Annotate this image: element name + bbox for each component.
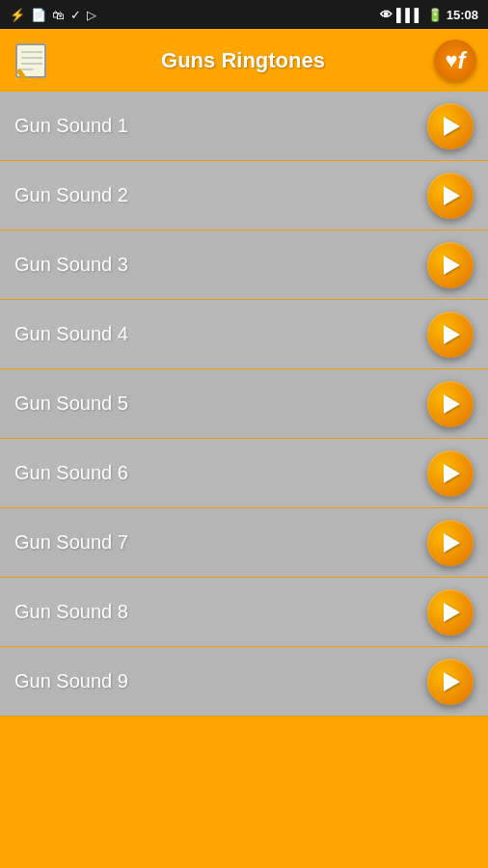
play-button[interactable] (427, 103, 474, 149)
bag-icon: 🛍 (52, 8, 65, 22)
play-button[interactable] (427, 381, 474, 427)
file-icon: 📄 (31, 8, 46, 22)
item-title: Gun Sound 1 (14, 115, 128, 137)
content-area: Gun Sound 1Gun Sound 2Gun Sound 3Gun Sou… (0, 92, 488, 868)
notepad-icon (14, 42, 49, 79)
eye-icon: 👁 (380, 8, 393, 22)
list-item[interactable]: Gun Sound 3 (0, 231, 488, 300)
bottom-area (0, 717, 488, 868)
list-item[interactable]: Gun Sound 4 (0, 300, 488, 369)
play-button[interactable] (427, 312, 474, 358)
ringtone-list: Gun Sound 1Gun Sound 2Gun Sound 3Gun Sou… (0, 92, 488, 717)
item-title: Gun Sound 5 (14, 393, 128, 415)
notepad-icon-container[interactable] (12, 41, 52, 81)
status-icons-right: 👁 ▌▌▌ 🔋 15:08 (380, 8, 478, 22)
list-item[interactable]: Gun Sound 8 (0, 578, 488, 647)
media-icon: ▷ (87, 8, 96, 22)
signal-icon: ▌▌▌ (396, 8, 423, 22)
item-title: Gun Sound 7 (14, 531, 128, 554)
list-item[interactable]: Gun Sound 5 (0, 369, 488, 439)
play-button[interactable] (427, 589, 474, 636)
favorite-button[interactable]: f (434, 40, 476, 82)
status-icons-left: ⚡ 📄 🛍 ✓ ▷ (10, 8, 96, 22)
play-button[interactable] (427, 242, 474, 288)
list-item[interactable]: Gun Sound 7 (0, 508, 488, 578)
status-bar: ⚡ 📄 🛍 ✓ ▷ 👁 ▌▌▌ 🔋 15:08 (0, 0, 488, 29)
toolbar: Guns Ringtones f (0, 29, 488, 92)
app-container: ⚡ 📄 🛍 ✓ ▷ 👁 ▌▌▌ 🔋 15:08 (0, 0, 488, 868)
check-icon: ✓ (70, 8, 81, 22)
item-title: Gun Sound 4 (14, 323, 128, 345)
usb-icon: ⚡ (10, 8, 25, 22)
list-item[interactable]: Gun Sound 1 (0, 92, 488, 161)
item-title: Gun Sound 3 (14, 254, 128, 276)
play-button[interactable] (427, 450, 474, 497)
favorite-f-label: f (458, 47, 466, 74)
play-button[interactable] (427, 520, 474, 566)
list-item[interactable]: Gun Sound 9 (0, 647, 488, 717)
item-title: Gun Sound 6 (14, 462, 128, 484)
item-title: Gun Sound 8 (14, 601, 128, 623)
list-item[interactable]: Gun Sound 2 (0, 161, 488, 231)
item-title: Gun Sound 9 (14, 670, 128, 692)
play-button[interactable] (427, 173, 474, 219)
battery-icon: 🔋 (427, 8, 443, 22)
app-title: Guns Ringtones (161, 48, 325, 73)
item-title: Gun Sound 2 (14, 184, 128, 206)
play-button[interactable] (427, 659, 474, 705)
list-item[interactable]: Gun Sound 6 (0, 439, 488, 508)
clock: 15:08 (447, 8, 478, 22)
